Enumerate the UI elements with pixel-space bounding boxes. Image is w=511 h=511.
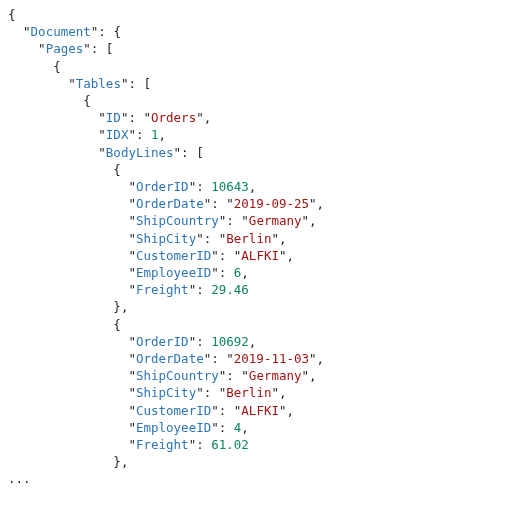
val-ID: Orders — [151, 110, 196, 125]
key-ID: ID — [106, 110, 121, 125]
val-IDX: 1 — [151, 127, 159, 142]
ellipsis: ... — [8, 471, 31, 486]
json-code-block: { "Document": { "Pages": [ { "Tables": [… — [0, 0, 511, 488]
key-Tables: Tables — [76, 76, 121, 91]
key-Pages: Pages — [46, 41, 84, 56]
key-Document: Document — [31, 24, 91, 39]
key-BodyLines: BodyLines — [106, 145, 174, 160]
key-IDX: IDX — [106, 127, 129, 142]
